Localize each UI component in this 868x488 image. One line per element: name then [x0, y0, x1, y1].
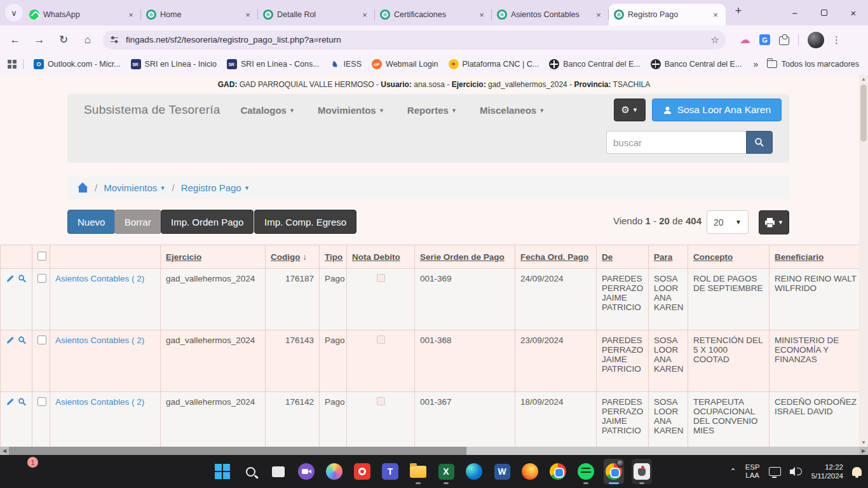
- tab-close-icon[interactable]: ×: [593, 10, 604, 20]
- reload-icon[interactable]: ↻: [55, 31, 72, 49]
- row-checkbox[interactable]: [37, 274, 46, 283]
- acrobat-app[interactable]: [352, 459, 372, 484]
- tab-home[interactable]: Home ×: [141, 4, 258, 25]
- header-fecha-ord[interactable]: Fecha Ord. Pago: [515, 245, 597, 269]
- word-app[interactable]: W: [492, 459, 512, 484]
- view-search-icon[interactable]: [18, 336, 27, 345]
- settings-gear-button[interactable]: ⚙▼: [614, 98, 646, 121]
- page-size-select[interactable]: 20▼: [707, 210, 749, 234]
- user-account-button[interactable]: Sosa Loor Ana Karen: [652, 98, 782, 121]
- horizontal-scroll-thumb[interactable]: [9, 447, 466, 455]
- tab-certificaciones[interactable]: Certificaciones ×: [375, 4, 492, 25]
- excel-app[interactable]: X: [436, 459, 456, 484]
- scroll-right-icon[interactable]: ▶: [859, 447, 868, 455]
- display-cast-icon[interactable]: [769, 467, 781, 476]
- header-ejercicio[interactable]: Ejercicio: [161, 245, 266, 269]
- imp-orden-pago-button[interactable]: Imp. Orden Pago: [161, 210, 254, 234]
- print-button[interactable]: ▼: [759, 210, 789, 234]
- tab-close-icon[interactable]: ×: [477, 10, 487, 20]
- breadcrumb-movimientos[interactable]: Movimientos ▼: [104, 182, 165, 193]
- tab-detalle-rol[interactable]: Detalle Rol ×: [258, 4, 375, 25]
- breadcrumb-registro-pago[interactable]: Registro Pago ▼: [181, 182, 250, 193]
- tab-search-button[interactable]: ∨: [5, 4, 23, 22]
- scroll-up-icon[interactable]: ▲: [859, 74, 868, 83]
- chat-app[interactable]: [296, 459, 316, 484]
- apps-grid-icon[interactable]: [8, 60, 17, 69]
- language-indicator[interactable]: ESPLAA: [745, 463, 760, 480]
- spotify-app[interactable]: [576, 459, 596, 484]
- menu-catalogos[interactable]: Catalogos ▼: [229, 105, 306, 116]
- home-icon[interactable]: ⌂: [79, 31, 97, 49]
- firefox-app[interactable]: [520, 459, 540, 484]
- header-concepto[interactable]: Concepto: [688, 245, 770, 269]
- teams-app[interactable]: T: [380, 459, 400, 484]
- edit-pencil-icon[interactable]: [6, 397, 15, 407]
- translate-extension-icon[interactable]: G: [759, 34, 770, 45]
- forward-icon[interactable]: →: [31, 31, 48, 49]
- bookmark-outlook[interactable]: OOutlook.com - Micr...: [29, 57, 126, 72]
- all-bookmarks-button[interactable]: Todos los marcadores: [767, 60, 868, 69]
- search-input[interactable]: [606, 131, 746, 154]
- view-search-icon[interactable]: [18, 274, 27, 283]
- header-tipo[interactable]: Tipo: [320, 245, 347, 269]
- header-codigo[interactable]: Codigo ↓: [266, 245, 320, 269]
- bookmark-iess[interactable]: ♞IESS: [325, 57, 367, 72]
- remote-tool-app[interactable]: [632, 459, 652, 484]
- nuevo-button[interactable]: Nuevo: [67, 210, 115, 234]
- menu-miscelaneos[interactable]: Miscelaneos ▼: [468, 105, 556, 116]
- tab-close-icon[interactable]: ×: [243, 10, 253, 20]
- imp-comp-egreso-button[interactable]: Imp. Comp. Egreso: [254, 210, 356, 234]
- vertical-scroll-thumb[interactable]: [860, 85, 867, 142]
- borrar-button[interactable]: Borrar: [114, 210, 161, 234]
- search-button[interactable]: [746, 131, 773, 154]
- chrome-active-app[interactable]: [604, 459, 624, 484]
- view-search-icon[interactable]: [18, 397, 27, 407]
- clock[interactable]: 12:225/11/2024: [811, 463, 843, 480]
- edit-pencil-icon[interactable]: [6, 274, 15, 283]
- tab-close-icon[interactable]: ×: [126, 10, 136, 20]
- tab-asientos-contables[interactable]: Asientos Contables ×: [492, 4, 609, 25]
- edge-app[interactable]: [464, 459, 484, 484]
- vertical-scrollbar[interactable]: ▲ ▼: [859, 74, 868, 447]
- notifications-bell-icon[interactable]: [852, 467, 862, 476]
- site-settings-icon[interactable]: [109, 35, 119, 45]
- tab-registro-pago[interactable]: Registro Pago ×: [609, 4, 726, 25]
- scroll-down-icon[interactable]: ▼: [859, 438, 868, 447]
- asientos-contables-link[interactable]: Asientos Contables ( 2): [55, 274, 144, 283]
- asientos-contables-link[interactable]: Asientos Contables ( 2): [55, 336, 144, 345]
- extensions-puzzle-icon[interactable]: [779, 35, 789, 45]
- volume-icon[interactable]: [790, 466, 803, 477]
- close-window-button[interactable]: ×: [839, 0, 868, 25]
- select-all-checkbox[interactable]: [37, 252, 46, 261]
- taskbar-search[interactable]: [240, 459, 261, 484]
- tray-overflow-icon[interactable]: ⌃: [730, 467, 736, 476]
- menu-reportes[interactable]: Reportes ▼: [396, 105, 468, 116]
- tray-notification-app[interactable]: 1: [13, 460, 36, 483]
- tab-whatsapp[interactable]: WhatsApp ×: [24, 4, 141, 25]
- start-button[interactable]: [212, 459, 233, 484]
- asientos-contables-link[interactable]: Asientos Contables ( 2): [55, 397, 144, 407]
- bookmark-cnc[interactable]: ✦Plataforma CNC | C...: [444, 57, 545, 72]
- tab-close-icon[interactable]: ×: [710, 10, 721, 20]
- scroll-left-icon[interactable]: ◀: [0, 447, 9, 455]
- new-tab-button[interactable]: +: [729, 2, 747, 20]
- tab-close-icon[interactable]: ×: [360, 10, 370, 20]
- row-checkbox[interactable]: [37, 397, 46, 406]
- browser-menu-icon[interactable]: ⋮: [832, 34, 841, 46]
- header-serie-orden[interactable]: Serie Orden de Pago: [415, 245, 515, 269]
- home-breadcrumb-icon[interactable]: [78, 183, 88, 193]
- header-beneficiario[interactable]: Beneficiario: [770, 245, 860, 269]
- header-nota-debito[interactable]: Nota Debito: [347, 245, 415, 269]
- bookmarks-overflow-icon[interactable]: »: [747, 59, 764, 69]
- row-checkbox[interactable]: [37, 336, 46, 344]
- profile-avatar[interactable]: [808, 32, 824, 48]
- address-bar[interactable]: fingads.net/sf2/tesoreria/registro_pago_…: [103, 30, 726, 50]
- header-para[interactable]: Para: [649, 245, 688, 269]
- bookmark-sri-inicio[interactable]: SRiSRI en Línea - Inicio: [126, 57, 222, 72]
- minimize-button[interactable]: −: [780, 0, 810, 25]
- chrome-app[interactable]: [548, 459, 568, 484]
- edit-pencil-icon[interactable]: [6, 336, 15, 345]
- menu-movimientos[interactable]: Movimientos ▼: [306, 105, 396, 116]
- back-icon[interactable]: ←: [6, 31, 24, 49]
- horizontal-scrollbar[interactable]: ◀ ▶: [0, 447, 868, 455]
